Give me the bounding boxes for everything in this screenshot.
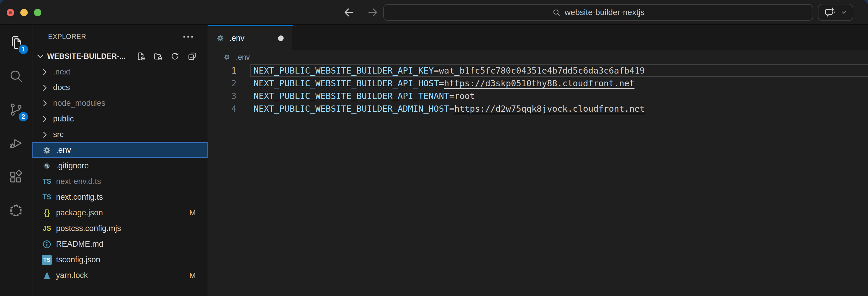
tree-file-package-json[interactable]: {} package.json M — [32, 205, 208, 221]
code-line[interactable]: 3 NEXT_PUBLIC_WEBSITE_BUILDER_API_TENANT… — [208, 89, 868, 102]
history-nav — [343, 0, 379, 25]
source-control-badge: 2 — [18, 111, 29, 122]
tab-env[interactable]: .env — [208, 25, 293, 50]
env-key: NEXT_PUBLIC_WEBSITE_BUILDER_API_KEY — [253, 65, 434, 76]
line-number: 2 — [208, 77, 237, 89]
chevron-right-icon — [40, 130, 50, 139]
chevron-right-icon — [40, 83, 50, 92]
tree-file-env[interactable]: .env — [32, 142, 208, 158]
workspace-section-header[interactable]: WEBSITE-BUILDER-... — [32, 49, 208, 64]
more-actions-icon[interactable]: ··· — [183, 34, 195, 39]
json-braces-icon: {} — [44, 208, 50, 217]
js-letters-icon: JS — [43, 224, 51, 233]
search-icon — [8, 68, 24, 84]
env-value-link[interactable]: https://d2w75qqk8jvock.cloudfront.net — [454, 104, 645, 114]
tree-file-tsconfig-json[interactable]: TS tsconfig.json — [32, 252, 208, 268]
extensions-icon — [8, 169, 24, 185]
env-key: NEXT_PUBLIC_WEBSITE_BUILDER_ADMIN_HOST — [253, 104, 449, 114]
chevron-right-icon — [40, 114, 50, 124]
collapse-all-icon[interactable] — [187, 51, 197, 61]
env-key: NEXT_PUBLIC_WEBSITE_BUILDER_API_TENANT — [253, 91, 449, 101]
minimize-button[interactable] — [20, 9, 28, 16]
code-editor[interactable]: 1 NEXT_PUBLIC_WEBSITE_BUILDER_API_KEY=wa… — [208, 64, 868, 296]
tree-folder-public[interactable]: public — [32, 111, 208, 127]
gear-icon — [42, 145, 52, 155]
explorer-badge: 1 — [18, 44, 29, 55]
git-diamond-icon — [42, 161, 52, 171]
ts-letters-icon: TS — [42, 178, 51, 186]
activitybar-extensions[interactable] — [0, 160, 32, 194]
new-folder-icon[interactable] — [153, 51, 163, 61]
search-input[interactable]: website-builder-nextjs — [383, 4, 813, 21]
editor-area: .env .env 1 NEXT_PUBLIC_WEBSITE_BUILDER_… — [208, 25, 868, 296]
tree-file-readme-md[interactable]: README.md — [32, 236, 208, 252]
copilot-menu-button[interactable] — [818, 4, 853, 21]
gear-icon — [223, 53, 231, 61]
magnifier-icon — [552, 8, 561, 17]
traffic-lights — [7, 0, 41, 25]
workspace-name: WEBSITE-BUILDER-... — [47, 52, 126, 60]
tab-bar: .env — [208, 25, 868, 50]
vscode-window: website-builder-nextjs 1 — [0, 0, 868, 296]
arrow-left-icon[interactable] — [343, 6, 355, 19]
tree-folder-src[interactable]: src — [32, 127, 208, 142]
activitybar-explorer[interactable]: 1 — [0, 25, 32, 59]
hexagon-icon — [8, 203, 24, 218]
titlebar: website-builder-nextjs — [0, 0, 868, 25]
env-value: root — [454, 91, 475, 101]
breadcrumb-item: .env — [236, 53, 250, 61]
arrow-right-icon[interactable] — [366, 6, 379, 19]
git-modified-badge: M — [189, 208, 196, 217]
tab-label: .env — [229, 34, 244, 43]
new-file-icon[interactable] — [136, 51, 146, 61]
tree-file-next-env-d-ts[interactable]: TS next-env.d.ts — [32, 174, 208, 189]
activitybar-search[interactable] — [0, 59, 32, 93]
ts-letters-icon: TS — [42, 193, 51, 201]
explorer-sidebar: EXPLORER ··· WEBSITE-BUILDER-... — [32, 25, 208, 296]
modified-dot[interactable] — [278, 35, 284, 41]
line-number: 4 — [208, 102, 237, 115]
activity-bar: 1 2 — [0, 25, 32, 296]
tree-file-yarn-lock[interactable]: yarn.lock M — [32, 268, 208, 283]
activitybar-hexagon-tool[interactable] — [0, 194, 32, 227]
chevron-right-icon — [40, 99, 50, 108]
chevron-right-icon — [40, 68, 50, 77]
maximize-button[interactable] — [34, 9, 41, 16]
info-circle-icon — [42, 239, 52, 249]
yarn-cat-icon — [42, 271, 52, 280]
env-key: NEXT_PUBLIC_WEBSITE_BUILDER_API_HOST — [253, 78, 439, 88]
tree-folder-next[interactable]: .next — [32, 64, 208, 80]
code-line[interactable]: 2 NEXT_PUBLIC_WEBSITE_BUILDER_API_HOST=h… — [208, 77, 868, 89]
env-value: wat_b1fc5fc780c04351e4b7dd5c6da3c6afb419 — [439, 65, 645, 76]
code-line[interactable]: 4 NEXT_PUBLIC_WEBSITE_BUILDER_ADMIN_HOST… — [208, 102, 868, 115]
line-number: 1 — [208, 64, 237, 77]
file-tree: .next docs node_modules public src — [32, 64, 208, 296]
search-value: website-builder-nextjs — [565, 8, 645, 17]
tree-folder-docs[interactable]: docs — [32, 80, 208, 96]
activitybar-source-control[interactable]: 2 — [0, 93, 32, 127]
code-line[interactable]: 1 NEXT_PUBLIC_WEBSITE_BUILDER_API_KEY=wa… — [208, 64, 868, 77]
env-value-link[interactable]: https://d3skp0510thy88.cloudfront.net — [444, 78, 634, 88]
ts-square-icon: TS — [42, 255, 52, 265]
tree-file-next-config-ts[interactable]: TS next.config.ts — [32, 189, 208, 205]
tree-file-postcss-config-mjs[interactable]: JS postcss.config.mjs — [32, 221, 208, 236]
close-button[interactable] — [7, 9, 14, 16]
activitybar-run-debug[interactable] — [0, 127, 32, 160]
git-modified-badge: M — [189, 271, 196, 280]
chevron-down-icon — [35, 51, 45, 61]
sidebar-title: EXPLORER — [48, 33, 86, 41]
debug-play-icon — [8, 136, 24, 151]
copilot-chat-icon — [824, 6, 836, 19]
gear-icon — [216, 34, 225, 43]
line-number: 3 — [208, 89, 237, 102]
chevron-down-icon — [840, 8, 848, 16]
tree-folder-node-modules[interactable]: node_modules — [32, 96, 208, 111]
tree-file-gitignore[interactable]: .gitignore — [32, 158, 208, 174]
refresh-icon[interactable] — [170, 51, 180, 61]
breadcrumb[interactable]: .env — [208, 50, 868, 64]
